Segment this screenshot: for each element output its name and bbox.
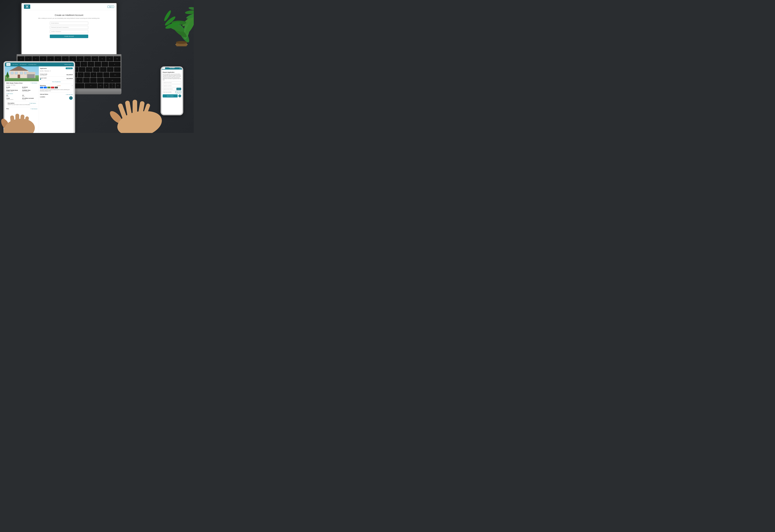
view-all-applicants-link[interactable]: View all applicants: [40, 80, 73, 83]
tablet-applicants-panel: Applicants Invite Now Sort By: Relevance…: [39, 66, 74, 133]
key-slash: /: [97, 78, 104, 83]
property-city: Houston, TX 77016: [6, 85, 37, 86]
email-placeholder: Email Address: [51, 23, 59, 24]
tablet-logo: SDMHA: [6, 63, 10, 66]
zillow-icon: Z: [44, 87, 47, 88]
key-f5: F5: [54, 56, 61, 61]
key-f7: F7: [69, 56, 76, 61]
key-o: O: [86, 67, 92, 72]
applicant-row-2[interactable]: Suzie Smith $12,345.00: [40, 77, 73, 80]
phone-logo: [162, 67, 165, 69]
help-button[interactable]: ?: [178, 94, 181, 97]
phone-email-button[interactable]: Email +: [176, 88, 181, 90]
key-n-tilde: Ñ: [90, 72, 97, 77]
nav-my-applicants[interactable]: My Applicants: [20, 64, 26, 65]
applicant-name-2: Suzie Smith: [40, 77, 46, 79]
sort-dropdown-icon: ▾: [50, 70, 51, 71]
key-comma: ,: [83, 78, 90, 83]
help-icon: ?: [179, 95, 180, 97]
key-f6: F6: [62, 56, 69, 61]
tablet-navigation: SDMHA My Listings My Applicants Knowledg…: [5, 63, 74, 66]
right-hand: [106, 72, 167, 133]
applicant-info-1: Christy Smith New Applicant: [40, 74, 47, 76]
key-f4: F4: [47, 56, 54, 61]
invite-now-button[interactable]: Invite Now: [66, 67, 73, 69]
rent-value: $1,000: [6, 87, 21, 88]
facebook-icon: f: [40, 87, 43, 88]
applicant-info-2: Suzie Smith: [40, 77, 46, 80]
sign-in-button[interactable]: Sign In: [107, 6, 114, 8]
key-0: 0: [87, 62, 94, 67]
plant-svg: [145, 0, 194, 49]
key-p: P: [93, 67, 100, 72]
tree-top: [6, 71, 9, 77]
type-value: Single Family Home: [6, 90, 21, 91]
type-label: Property Type: [6, 91, 21, 92]
nav-knowledge-base[interactable]: Knowledge Base: [28, 64, 36, 65]
internal-notes-section: Internal Notes + add new note: [40, 93, 73, 96]
key-m: M: [76, 78, 83, 83]
key-f1: F1: [25, 56, 32, 61]
house-roof: [9, 66, 28, 71]
password-field[interactable]: Password (at least 8 characters): [50, 26, 88, 29]
applicant-row-1[interactable]: Christy Smith New Applicant $12,345.00: [40, 73, 73, 77]
garage-door: [27, 74, 35, 78]
logo-subtitle: SINCE 1912: [26, 7, 29, 8]
marketing-description: You haven't turned on property Marketing…: [40, 89, 73, 91]
stat-rent: $1,000 Rent: [6, 87, 21, 89]
copy-link-button[interactable]: Copy Link: [176, 91, 181, 93]
window-3: [20, 72, 23, 74]
left-hand: [0, 94, 38, 133]
create-account-form: Create an Intellirent Account After crea…: [21, 10, 116, 59]
marketing-status: Inactive: [57, 85, 61, 86]
key-f12: F12: [106, 56, 113, 61]
sort-by-label: Sort By:: [40, 70, 44, 71]
svg-point-15: [176, 41, 187, 44]
svg-rect-31: [133, 122, 150, 133]
create-account-button[interactable]: Create Account: [50, 35, 88, 38]
logo-mountain-icon: [26, 6, 28, 7]
key-semicolon: ;: [97, 72, 103, 77]
realtor-icon: R: [51, 87, 54, 88]
rent-label: Rent: [6, 88, 21, 89]
webcam: [69, 2, 69, 3]
tablet-logo-text: SDMHA: [7, 64, 10, 65]
svg-point-22: [3, 117, 34, 133]
house-door: [18, 75, 20, 78]
screen-header: SDMHA SINCE 1912 Sign In: [21, 3, 116, 10]
nav-my-listings[interactable]: My Listings: [13, 64, 18, 65]
key-option-right: option: [97, 83, 103, 88]
location-title: Location: [40, 96, 45, 99]
key-f3: F3: [40, 56, 47, 61]
phone-header-icon: [179, 67, 182, 69]
phone-notch: [168, 66, 175, 68]
confirm-password-placeholder: Confirm Password: [51, 31, 61, 32]
svg-point-13: [188, 6, 194, 11]
password-placeholder: Password (at least 8 characters): [51, 27, 68, 28]
tree-trunk: [7, 77, 8, 78]
stat-deposit: $1,000.00 Deposit: [22, 87, 37, 89]
sort-relevance[interactable]: Relevance: [44, 70, 49, 71]
marketing-platform-icons: f Z T R +: [40, 87, 73, 88]
edit-tenants-button[interactable]: ✏ Edit Section: [6, 93, 13, 94]
marketing-toggle-icon[interactable]: ⊙: [72, 85, 73, 86]
confirm-password-field[interactable]: Confirm Password: [50, 30, 88, 33]
key-k: K: [78, 72, 84, 77]
nav-user: Sullivan-Jones ▾: [64, 64, 72, 65]
stat-type: Single Family Home Property Type: [6, 90, 21, 92]
deposit-label: Deposit: [22, 88, 37, 89]
add-note-button[interactable]: + add new note: [65, 94, 73, 95]
window-1: [11, 72, 13, 74]
email-field[interactable]: Email Address: [50, 22, 88, 25]
edit-listing-button[interactable]: ✏ Edit Section: [31, 82, 37, 83]
key-row-fn: esc F1 F2 F3 F4 F5 F6 F7 F8 F9 F10 F11 F…: [17, 56, 120, 61]
stat-available: Available Now Date Available: [22, 90, 37, 92]
garage-body: [27, 72, 35, 78]
applicant-name-1: Christy Smith: [40, 74, 47, 75]
map-pin-icon: 📍: [70, 97, 72, 99]
key-power: ⏻: [114, 56, 120, 61]
sdmha-logo: SDMHA SINCE 1912: [24, 5, 30, 9]
laptop-screen-outer: SDMHA SINCE 1912 Sign In Create an Intel…: [20, 2, 118, 61]
key-delete: del: [108, 62, 120, 67]
key-9: 9: [81, 62, 87, 67]
